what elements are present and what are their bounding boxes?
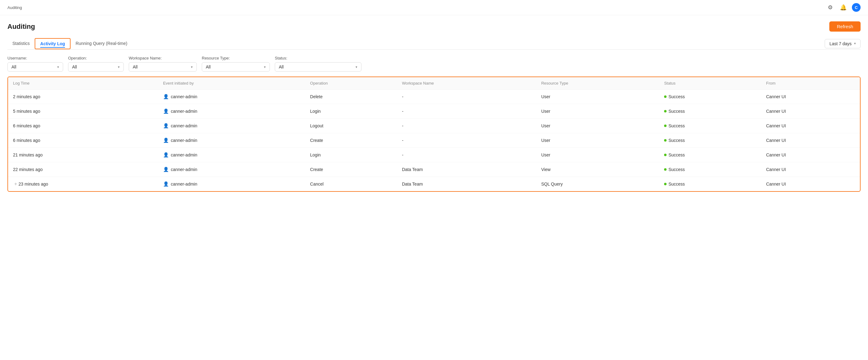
status-filter-group: Status: All ▾ — [275, 56, 362, 72]
cell-log-time: 2 minutes ago — [8, 89, 158, 104]
cell-resource-type: User — [536, 148, 659, 162]
resource-filter-label: Resource Type: — [202, 56, 270, 60]
cell-workspace-name: Data Team — [397, 177, 536, 191]
cell-status: Success — [659, 104, 761, 119]
expand-icon[interactable]: + — [13, 181, 19, 187]
cell-operation: Logout — [305, 119, 397, 133]
cell-workspace-name: - — [397, 148, 536, 162]
cell-resource-type: User — [536, 104, 659, 119]
cell-operation: Cancel — [305, 177, 397, 191]
workspace-filter-label: Workspace Name: — [129, 56, 197, 60]
table-row[interactable]: 5 minutes ago👤canner-adminLogin-UserSucc… — [8, 104, 860, 119]
cell-status: Success — [659, 89, 761, 104]
cell-log-time: 6 minutes ago — [8, 133, 158, 148]
status-dot — [664, 110, 666, 112]
cell-operation: Login — [305, 104, 397, 119]
operation-filter-group: Operation: All ▾ — [68, 56, 124, 72]
cell-from: Canner UI — [761, 133, 860, 148]
top-bar-icons: ⚙ 🔔 C — [826, 3, 861, 12]
cell-from: Canner UI — [761, 162, 860, 177]
status-dot — [664, 168, 666, 171]
user-icon: 👤 — [163, 138, 169, 143]
activity-log-table: Log Time Event initiated by Operation Wo… — [8, 77, 860, 191]
cell-workspace-name: Data Team — [397, 162, 536, 177]
page-title: Auditing — [7, 23, 35, 31]
table-row[interactable]: 21 minutes ago👤canner-adminLogin-UserSuc… — [8, 148, 860, 162]
cell-workspace-name: - — [397, 133, 536, 148]
cell-from: Canner UI — [761, 148, 860, 162]
cell-initiated-by: 👤canner-admin — [158, 177, 305, 191]
cell-status: Success — [659, 119, 761, 133]
table-row[interactable]: 6 minutes ago👤canner-adminLogout-UserSuc… — [8, 119, 860, 133]
cell-status: Success — [659, 162, 761, 177]
username-filter-group: Username: All ▾ — [7, 56, 63, 72]
settings-icon[interactable]: ⚙ — [826, 3, 835, 12]
operation-filter-label: Operation: — [68, 56, 124, 60]
status-dot — [664, 183, 666, 185]
table-row[interactable]: 2 minutes ago👤canner-adminDelete-UserSuc… — [8, 89, 860, 104]
cell-log-time: 22 minutes ago — [8, 162, 158, 177]
status-dot — [664, 139, 666, 142]
tab-running-query[interactable]: Running Query (Real-time) — [70, 38, 132, 50]
table-row[interactable]: 22 minutes ago👤canner-adminCreateData Te… — [8, 162, 860, 177]
table-body: 2 minutes ago👤canner-adminDelete-UserSuc… — [8, 89, 860, 191]
page-header: Auditing Refresh — [7, 21, 861, 32]
time-filter-dropdown[interactable]: Last 7 days ▾ — [825, 39, 861, 48]
table-header: Log Time Event initiated by Operation Wo… — [8, 77, 860, 89]
col-resource-type: Resource Type — [536, 77, 659, 89]
notifications-icon[interactable]: 🔔 — [839, 3, 847, 12]
cell-resource-type: User — [536, 133, 659, 148]
cell-initiated-by: 👤canner-admin — [158, 133, 305, 148]
cell-initiated-by: 👤canner-admin — [158, 162, 305, 177]
user-icon: 👤 — [163, 108, 169, 114]
tab-statistics[interactable]: Statistics — [7, 38, 35, 50]
col-operation: Operation — [305, 77, 397, 89]
user-icon: 👤 — [163, 152, 169, 158]
cell-operation: Delete — [305, 89, 397, 104]
cell-status: Success — [659, 177, 761, 191]
user-icon: 👤 — [163, 123, 169, 129]
tab-activity-log[interactable]: Activity Log — [35, 38, 70, 49]
col-workspace-name: Workspace Name — [397, 77, 536, 89]
cell-workspace-name: - — [397, 104, 536, 119]
cell-from: Canner UI — [761, 119, 860, 133]
cell-log-time: 6 minutes ago — [8, 119, 158, 133]
operation-filter-select[interactable]: All ▾ — [68, 62, 124, 72]
activity-log-table-container: Log Time Event initiated by Operation Wo… — [7, 77, 861, 192]
user-icon: 👤 — [163, 94, 169, 100]
resource-filter-group: Resource Type: All ▾ — [202, 56, 270, 72]
cell-operation: Create — [305, 162, 397, 177]
table-row[interactable]: 6 minutes ago👤canner-adminCreate-UserSuc… — [8, 133, 860, 148]
workspace-filter-select[interactable]: All ▾ — [129, 62, 197, 72]
cell-operation: Create — [305, 133, 397, 148]
cell-resource-type: View — [536, 162, 659, 177]
cell-log-time: + 23 minutes ago — [8, 177, 158, 191]
cell-from: Canner UI — [761, 89, 860, 104]
status-dot — [664, 124, 666, 127]
table-row[interactable]: + 23 minutes ago👤canner-adminCancelData … — [8, 177, 860, 191]
tabs: Statistics Activity Log Running Query (R… — [7, 38, 132, 49]
top-bar-title: Auditing — [7, 5, 22, 10]
cell-initiated-by: 👤canner-admin — [158, 119, 305, 133]
chevron-down-icon: ▾ — [355, 65, 358, 69]
top-bar: Auditing ⚙ 🔔 C — [0, 0, 868, 15]
chevron-down-icon: ▾ — [854, 41, 856, 46]
status-dot — [664, 95, 666, 98]
avatar[interactable]: C — [852, 3, 861, 12]
chevron-down-icon: ▾ — [57, 65, 59, 69]
col-log-time: Log Time — [8, 77, 158, 89]
cell-log-time: 21 minutes ago — [8, 148, 158, 162]
cell-initiated-by: 👤canner-admin — [158, 148, 305, 162]
cell-status: Success — [659, 133, 761, 148]
cell-log-time: 5 minutes ago — [8, 104, 158, 119]
username-filter-select[interactable]: All ▾ — [7, 62, 63, 72]
resource-filter-select[interactable]: All ▾ — [202, 62, 270, 72]
workspace-filter-group: Workspace Name: All ▾ — [129, 56, 197, 72]
refresh-button[interactable]: Refresh — [829, 21, 861, 32]
status-filter-select[interactable]: All ▾ — [275, 62, 362, 72]
status-filter-label: Status: — [275, 56, 362, 60]
cell-from: Canner UI — [761, 104, 860, 119]
tabs-row: Statistics Activity Log Running Query (R… — [7, 38, 861, 50]
chevron-down-icon: ▾ — [191, 65, 193, 69]
cell-resource-type: SQL Query — [536, 177, 659, 191]
